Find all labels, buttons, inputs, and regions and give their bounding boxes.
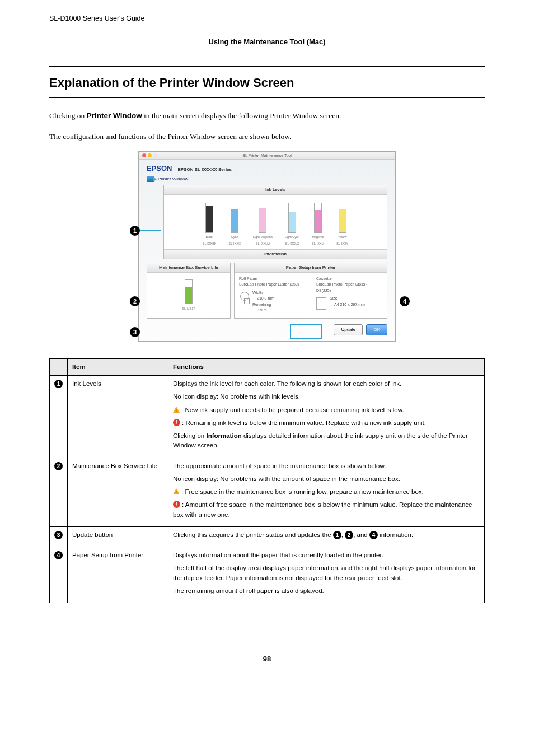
- printer-window-icon: [147, 176, 154, 182]
- row-num: 3: [50, 526, 68, 547]
- row-num: 1: [50, 376, 68, 458]
- printer-window-label: Printer Window: [158, 176, 188, 183]
- maintenance-code: SL-MB1T: [182, 306, 195, 311]
- callout-1: 1: [130, 226, 140, 236]
- paper-icon: [316, 297, 326, 310]
- callout-line-3: [140, 332, 290, 332]
- roll-paper-column: Roll Paper SureLab Photo Paper Luster (2…: [239, 276, 305, 314]
- row-num: 2: [50, 458, 68, 526]
- explanation-table: Item Functions 1 Ink Levels Displays the…: [49, 358, 485, 603]
- intro-p1-bold: Printer Window: [87, 111, 142, 120]
- cassette-label: Cassette: [316, 276, 382, 282]
- zoom-icon[interactable]: [153, 153, 157, 157]
- row-functions: Displays the ink level for each color. T…: [168, 376, 485, 458]
- page-number: 98: [49, 654, 485, 665]
- remaining-label: Remaining: [252, 302, 274, 308]
- th-blank: [50, 358, 68, 375]
- width-value: 210.0 mm: [257, 296, 274, 302]
- warning-icon: [173, 407, 180, 413]
- row-functions: The approximate amount of space in the m…: [168, 458, 485, 526]
- ink-levels-title: Ink Levels: [164, 185, 387, 195]
- intro-paragraph-2: The configuration and functions of the P…: [49, 131, 485, 142]
- paper-setup-title: Paper Setup from Printer: [235, 263, 387, 273]
- row-item: Ink Levels: [68, 376, 168, 458]
- th-functions: Functions: [168, 358, 485, 375]
- intro-p1c: in the main screen displays the followin…: [142, 111, 341, 120]
- ink-levels-panel: Ink Levels BlackSL-IXXBKCyanSL-IXXCLight…: [163, 185, 387, 259]
- intro-paragraph-1: Clicking on Printer Window in the main s…: [49, 110, 485, 122]
- row-item: Update button: [68, 526, 168, 547]
- window-title: SL Printer Maintenance Tool: [242, 153, 292, 157]
- row-functions: Displays information about the paper tha…: [168, 547, 485, 603]
- printer-model: EPSON SL-DXXXX Series: [178, 166, 232, 173]
- size-value: A4 210 x 297 mm: [334, 302, 365, 308]
- row-functions: Clicking this acquires the printer statu…: [168, 526, 485, 547]
- ink-cartridge: BlackSL-IXXBK: [203, 203, 217, 246]
- width-label: Width: [252, 290, 274, 296]
- printer-window-row: Printer Window: [139, 175, 395, 185]
- cassette-column: Cassette SureLab Photo Paper Gloss - DS(…: [316, 276, 382, 314]
- ink-cartridge: CyanSL-IXXC: [229, 203, 241, 246]
- ink-cartridge: Light CyanSL-IXXLC: [285, 203, 299, 246]
- ink-cartridge: Light MagentaSL-IXXLM: [253, 203, 273, 246]
- rule-thin: [49, 97, 485, 98]
- paper-setup-body: Roll Paper SureLab Photo Paper Luster (2…: [235, 273, 387, 318]
- table-row: 1 Ink Levels Displays the ink level for …: [50, 376, 485, 458]
- maintenance-body: SL-MB1T: [147, 273, 230, 314]
- ink-row: BlackSL-IXXBKCyanSL-IXXCLight MagentaSL-…: [164, 195, 387, 249]
- brand-logo: EPSON: [147, 163, 172, 174]
- callout-line-2: [140, 301, 161, 301]
- maintenance-panel: Maintenance Box Service Life SL-MB1T: [147, 263, 231, 319]
- table-row: 2 Maintenance Box Service Life The appro…: [50, 458, 485, 526]
- roll-label: Roll Paper: [239, 276, 305, 282]
- error-icon: [173, 419, 180, 426]
- callout-2: 2: [130, 296, 140, 306]
- roll-paper-type: SureLab Photo Paper Luster (250): [239, 282, 305, 288]
- roll-paper-icon: [239, 292, 249, 304]
- table-row: 4 Paper Setup from Printer Displays info…: [50, 547, 485, 603]
- page-heading: Explanation of the Printer Window Screen: [49, 73, 485, 92]
- section-title: Using the Maintenance Tool (Mac): [49, 36, 485, 48]
- maintenance-title: Maintenance Box Service Life: [147, 263, 230, 273]
- table-row: 3 Update button Clicking this acquires t…: [50, 526, 485, 547]
- row-num: 4: [50, 547, 68, 603]
- information-button[interactable]: Information: [164, 249, 387, 259]
- callout-line-1: [140, 230, 161, 231]
- ink-cartridge: MagentaSL-IXXM: [312, 203, 324, 246]
- callout-line-4: [388, 301, 400, 301]
- ink-cartridge: YellowSL-IXXY: [336, 203, 348, 246]
- update-button[interactable]: Update: [334, 324, 363, 335]
- warning-icon: [173, 488, 180, 494]
- minimize-icon[interactable]: [148, 153, 152, 157]
- callout-3-highlight: [290, 324, 322, 339]
- traffic-lights: [142, 153, 157, 157]
- error-icon: [173, 501, 180, 508]
- button-row: Update OK: [139, 324, 395, 341]
- brand-row: EPSON EPSON SL-DXXXX Series: [139, 160, 395, 175]
- th-item: Item: [68, 358, 168, 375]
- remaining-value: 8.9 m: [257, 307, 274, 314]
- ok-button[interactable]: OK: [366, 324, 387, 335]
- size-label: Size: [330, 296, 365, 302]
- row-item: Paper Setup from Printer: [68, 547, 168, 603]
- maintenance-bar: [185, 279, 193, 304]
- close-icon[interactable]: [142, 153, 146, 157]
- doc-header: SL-D1000 Series User's Guide: [49, 13, 485, 29]
- window-titlebar: SL Printer Maintenance Tool: [139, 152, 395, 160]
- screenshot-wrapper: 1 2 3 4 SL Printer Maintenance Tool EPSO…: [124, 151, 410, 342]
- lower-panels: Maintenance Box Service Life SL-MB1T Pap…: [147, 263, 387, 319]
- cassette-paper-type: SureLab Photo Paper Gloss - DS(225): [316, 282, 382, 293]
- callout-3: 3: [130, 327, 140, 337]
- row-item: Maintenance Box Service Life: [68, 458, 168, 526]
- intro-p1a: Clicking on: [49, 111, 87, 120]
- rule-heavy: [49, 66, 485, 67]
- callout-4: 4: [400, 296, 410, 306]
- app-window: SL Printer Maintenance Tool EPSON EPSON …: [138, 151, 396, 342]
- paper-setup-panel: Paper Setup from Printer Roll Paper Sure…: [234, 263, 387, 319]
